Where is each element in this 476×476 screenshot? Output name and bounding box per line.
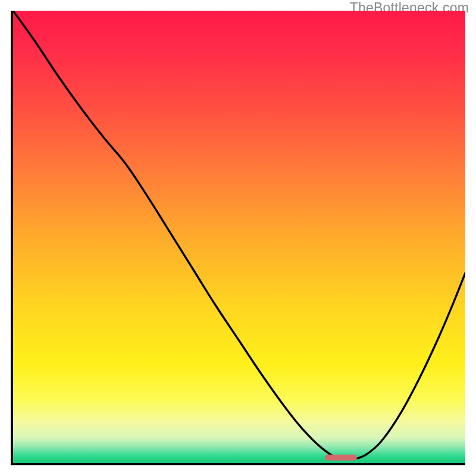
curve-layer: [13, 11, 465, 463]
bottleneck-marker: [325, 455, 356, 461]
bottleneck-curve: [13, 11, 465, 459]
plot-area: [11, 11, 465, 465]
chart-frame: TheBottleneck.com: [0, 0, 476, 476]
